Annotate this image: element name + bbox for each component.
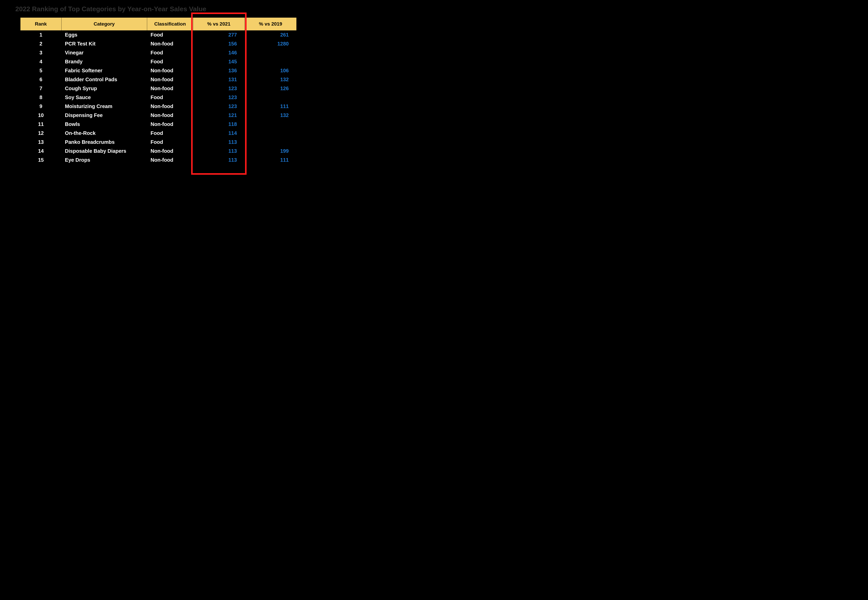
cell-classification: Non-food bbox=[147, 156, 193, 165]
cell-category: Eggs bbox=[61, 30, 147, 39]
cell-classification: Non-food bbox=[147, 120, 193, 129]
table-row: 6Bladder Control PadsNon-food131132 bbox=[20, 75, 296, 84]
cell-category: Cough Syrup bbox=[61, 84, 147, 93]
table-head: Rank Category Classification % vs 2021 %… bbox=[20, 18, 296, 30]
table-row: 3VinegarFood146 bbox=[20, 48, 296, 57]
table-row: 11BowlsNon-food118 bbox=[20, 120, 296, 129]
cell-rank: 14 bbox=[20, 147, 61, 156]
cell-rank: 4 bbox=[20, 57, 61, 66]
header-vs-2021: % vs 2021 bbox=[193, 18, 244, 30]
cell-vs-2019: 1280 bbox=[244, 39, 296, 48]
cell-vs-2019: 126 bbox=[244, 84, 296, 93]
cell-category: PCR Test Kit bbox=[61, 39, 147, 48]
cell-vs-2021: 113 bbox=[193, 147, 244, 156]
cell-rank: 6 bbox=[20, 75, 61, 84]
cell-classification: Non-food bbox=[147, 75, 193, 84]
header-classification: Classification bbox=[147, 18, 193, 30]
cell-classification: Non-food bbox=[147, 84, 193, 93]
table-row: 8Soy SauceFood123 bbox=[20, 93, 296, 102]
cell-vs-2021: 123 bbox=[193, 84, 244, 93]
cell-vs-2021: 156 bbox=[193, 39, 244, 48]
cell-rank: 10 bbox=[20, 111, 61, 120]
cell-vs-2021: 113 bbox=[193, 138, 244, 147]
cell-category: Bladder Control Pads bbox=[61, 75, 147, 84]
table-row: 7Cough SyrupNon-food123126 bbox=[20, 84, 296, 93]
table-row: 2PCR Test KitNon-food1561280 bbox=[20, 39, 296, 48]
table-row: 13Panko BreadcrumbsFood113 bbox=[20, 138, 296, 147]
cell-vs-2019: 199 bbox=[244, 147, 296, 156]
table-row: 10Dispensing FeeNon-food121132 bbox=[20, 111, 296, 120]
cell-vs-2021: 121 bbox=[193, 111, 244, 120]
cell-rank: 3 bbox=[20, 48, 61, 57]
table-body: 1EggsFood2772612PCR Test KitNon-food1561… bbox=[20, 30, 296, 165]
header-rank: Rank bbox=[20, 18, 61, 30]
cell-category: On-the-Rock bbox=[61, 129, 147, 138]
cell-category: Fabric Softener bbox=[61, 66, 147, 75]
cell-vs-2019: 111 bbox=[244, 156, 296, 165]
cell-classification: Food bbox=[147, 30, 193, 39]
cell-vs-2019: 106 bbox=[244, 66, 296, 75]
cell-category: Eye Drops bbox=[61, 156, 147, 165]
table-container: Rank Category Classification % vs 2021 %… bbox=[20, 18, 296, 165]
cell-vs-2021: 131 bbox=[193, 75, 244, 84]
cell-vs-2021: 118 bbox=[193, 120, 244, 129]
cell-rank: 5 bbox=[20, 66, 61, 75]
cell-classification: Food bbox=[147, 48, 193, 57]
table-row: 12On-the-RockFood114 bbox=[20, 129, 296, 138]
cell-vs-2021: 277 bbox=[193, 30, 244, 39]
cell-vs-2021: 114 bbox=[193, 129, 244, 138]
cell-vs-2021: 146 bbox=[193, 48, 244, 57]
cell-rank: 11 bbox=[20, 120, 61, 129]
cell-rank: 8 bbox=[20, 93, 61, 102]
page: 2022 Ranking of Top Categories by Year-o… bbox=[0, 0, 307, 180]
cell-category: Disposable Baby Diapers bbox=[61, 147, 147, 156]
cell-classification: Non-food bbox=[147, 66, 193, 75]
cell-vs-2021: 145 bbox=[193, 57, 244, 66]
table-row: 4BrandyFood145 bbox=[20, 57, 296, 66]
table-row: 5Fabric SoftenerNon-food136106 bbox=[20, 66, 296, 75]
cell-rank: 2 bbox=[20, 39, 61, 48]
cell-category: Brandy bbox=[61, 57, 147, 66]
cell-vs-2019 bbox=[244, 93, 296, 102]
cell-vs-2019: 132 bbox=[244, 75, 296, 84]
cell-vs-2019 bbox=[244, 48, 296, 57]
cell-category: Dispensing Fee bbox=[61, 111, 147, 120]
cell-classification: Food bbox=[147, 129, 193, 138]
cell-vs-2019: 261 bbox=[244, 30, 296, 39]
table-row: 9Moisturizing CreamNon-food123111 bbox=[20, 102, 296, 111]
cell-vs-2021: 136 bbox=[193, 66, 244, 75]
cell-classification: Food bbox=[147, 57, 193, 66]
cell-vs-2019 bbox=[244, 120, 296, 129]
cell-vs-2019 bbox=[244, 57, 296, 66]
cell-vs-2021: 113 bbox=[193, 156, 244, 165]
cell-category: Vinegar bbox=[61, 48, 147, 57]
cell-vs-2021: 123 bbox=[193, 93, 244, 102]
cell-rank: 9 bbox=[20, 102, 61, 111]
table-row: 1EggsFood277261 bbox=[20, 30, 296, 39]
cell-vs-2021: 123 bbox=[193, 102, 244, 111]
cell-vs-2019 bbox=[244, 129, 296, 138]
cell-category: Bowls bbox=[61, 120, 147, 129]
cell-rank: 13 bbox=[20, 138, 61, 147]
header-row: Rank Category Classification % vs 2021 %… bbox=[20, 18, 296, 30]
cell-classification: Food bbox=[147, 93, 193, 102]
cell-classification: Non-food bbox=[147, 147, 193, 156]
cell-vs-2019: 132 bbox=[244, 111, 296, 120]
cell-vs-2019 bbox=[244, 138, 296, 147]
cell-classification: Non-food bbox=[147, 111, 193, 120]
cell-category: Soy Sauce bbox=[61, 93, 147, 102]
cell-category: Panko Breadcrumbs bbox=[61, 138, 147, 147]
cell-vs-2019: 111 bbox=[244, 102, 296, 111]
cell-rank: 1 bbox=[20, 30, 61, 39]
page-title: 2022 Ranking of Top Categories by Year-o… bbox=[15, 5, 296, 13]
header-vs-2019: % vs 2019 bbox=[244, 18, 296, 30]
header-category: Category bbox=[61, 18, 147, 30]
cell-rank: 15 bbox=[20, 156, 61, 165]
cell-rank: 12 bbox=[20, 129, 61, 138]
cell-classification: Non-food bbox=[147, 102, 193, 111]
table-row: 15Eye DropsNon-food113111 bbox=[20, 156, 296, 165]
cell-classification: Non-food bbox=[147, 39, 193, 48]
table-row: 14Disposable Baby DiapersNon-food113199 bbox=[20, 147, 296, 156]
cell-category: Moisturizing Cream bbox=[61, 102, 147, 111]
ranking-table: Rank Category Classification % vs 2021 %… bbox=[20, 18, 296, 165]
